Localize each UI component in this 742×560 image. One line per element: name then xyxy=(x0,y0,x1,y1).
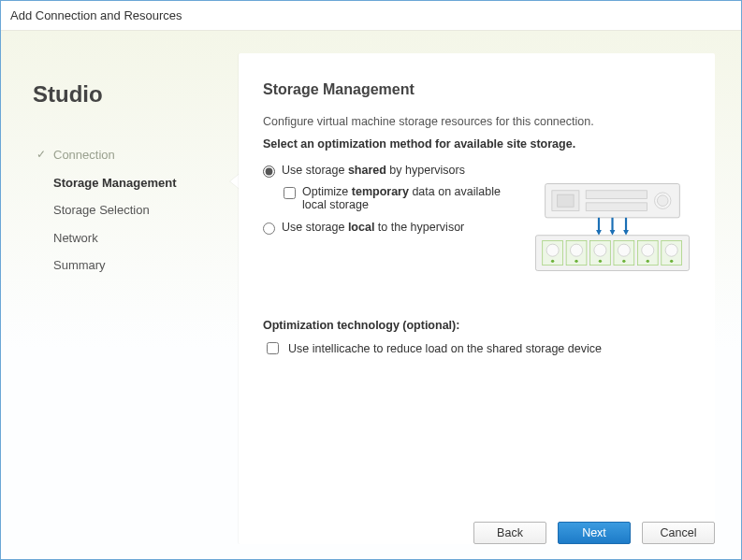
wizard-main: Storage Management Configure virtual mac… xyxy=(239,53,715,544)
radio-local-storage[interactable]: Use storage local to the hypervisor xyxy=(263,221,516,235)
description-text: Configure virtual machine storage resour… xyxy=(263,115,691,128)
step-summary[interactable]: Summary xyxy=(33,251,201,280)
svg-point-13 xyxy=(551,260,554,263)
step-list: Connection Storage Management Storage Se… xyxy=(33,141,201,280)
svg-point-16 xyxy=(575,260,577,263)
svg-rect-2 xyxy=(558,194,574,207)
back-button[interactable]: Back xyxy=(473,522,546,544)
radio-shared-input[interactable] xyxy=(263,165,275,178)
next-button[interactable]: Next xyxy=(558,522,631,544)
radio-local-label: Use storage local to the hypervisor xyxy=(282,221,464,234)
checkbox-intellicache-label: Use intellicache to reduce load on the s… xyxy=(288,342,602,355)
radio-shared-storage[interactable]: Use storage shared by hypervisors xyxy=(263,164,516,178)
cancel-button[interactable]: Cancel xyxy=(642,522,715,544)
checkbox-optimize-temporary[interactable]: Optimize temporary data on available loc… xyxy=(284,185,516,211)
step-connection[interactable]: Connection xyxy=(33,141,201,169)
brand-title: Studio xyxy=(33,81,201,108)
svg-point-22 xyxy=(622,260,625,263)
svg-point-6 xyxy=(657,195,668,207)
svg-point-21 xyxy=(618,244,630,256)
svg-marker-9 xyxy=(623,230,629,236)
svg-marker-8 xyxy=(610,230,616,236)
window-title: Add Connection and Resources xyxy=(10,8,182,22)
svg-rect-4 xyxy=(586,203,647,211)
svg-point-19 xyxy=(599,260,602,263)
checkbox-intellicache[interactable]: Use intellicache to reduce load on the s… xyxy=(263,339,691,357)
storage-options: Use storage shared by hypervisors Optimi… xyxy=(263,164,516,242)
wizard-body: Studio Connection Storage Management Sto… xyxy=(1,31,741,559)
checkbox-temporary-label: Optimize temporary data on available loc… xyxy=(302,185,516,211)
svg-point-25 xyxy=(647,260,649,263)
checkbox-temporary-input[interactable] xyxy=(284,187,296,199)
radio-local-input[interactable] xyxy=(263,223,275,235)
titlebar: Add Connection and Resources xyxy=(1,1,741,31)
wizard-window: Add Connection and Resources Studio Conn… xyxy=(0,0,742,560)
step-storage-management[interactable]: Storage Management xyxy=(33,169,201,197)
svg-point-18 xyxy=(594,244,606,256)
wizard-sidebar: Studio Connection Storage Management Sto… xyxy=(33,53,201,544)
svg-point-27 xyxy=(665,244,677,256)
select-prompt: Select an optimization method for availa… xyxy=(263,137,691,151)
svg-point-12 xyxy=(546,244,559,256)
svg-marker-7 xyxy=(596,230,602,236)
checkbox-intellicache-input[interactable] xyxy=(267,342,279,354)
storage-options-row: Use storage shared by hypervisors Optimi… xyxy=(263,164,691,291)
svg-point-28 xyxy=(670,260,673,263)
svg-rect-3 xyxy=(586,191,647,199)
page-title: Storage Management xyxy=(263,81,691,98)
optimization-heading: Optimization technology (optional): xyxy=(263,319,691,332)
storage-diagram-icon xyxy=(534,164,691,291)
wizard-footer: Back Next Cancel xyxy=(473,522,715,544)
svg-point-24 xyxy=(642,244,654,256)
step-storage-selection[interactable]: Storage Selection xyxy=(33,196,201,224)
step-network[interactable]: Network xyxy=(33,224,201,252)
svg-point-15 xyxy=(570,244,582,256)
radio-shared-label: Use storage shared by hypervisors xyxy=(282,164,465,177)
